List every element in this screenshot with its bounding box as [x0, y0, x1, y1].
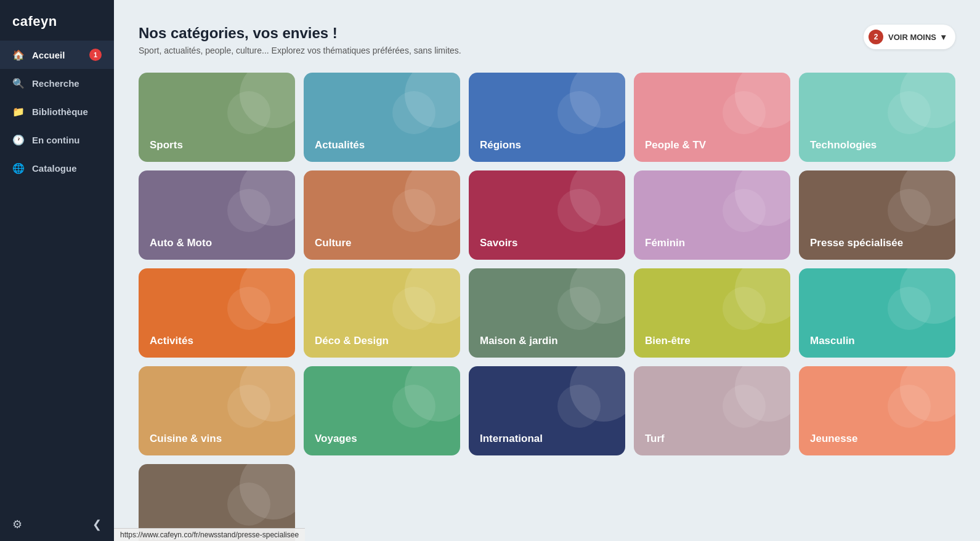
- search-icon: 🔍: [12, 77, 25, 89]
- category-label-sports: Sports: [150, 138, 183, 152]
- globe-icon: 🌐: [12, 162, 25, 174]
- sidebar: cafeyn 🏠 Accueil 1 🔍 Recherche 📁 Bibliot…: [0, 0, 114, 541]
- category-card-culture[interactable]: Culture: [304, 170, 460, 260]
- category-card-masculin[interactable]: Masculin: [799, 268, 955, 358]
- logo-area: cafeyn: [0, 0, 114, 41]
- sidebar-label-en-continu: En continu: [32, 135, 80, 145]
- settings-icon[interactable]: ⚙: [12, 518, 22, 531]
- sidebar-label-recherche: Recherche: [32, 78, 79, 89]
- sidebar-label-accueil: Accueil: [32, 50, 65, 60]
- main-content: Nos catégories, vos envies ! Sport, actu…: [114, 0, 980, 541]
- home-icon: 🏠: [12, 49, 25, 61]
- sidebar-bottom: ⚙ ❮: [0, 508, 114, 541]
- url-hint: https://www.cafeyn.co/fr/newsstand/press…: [114, 528, 305, 541]
- voir-moins-button[interactable]: 2 VOIR MOINS ▾: [864, 25, 955, 49]
- category-label-people: People & TV: [645, 138, 706, 152]
- sidebar-item-catalogue[interactable]: 🌐 Catalogue: [0, 154, 114, 182]
- category-card-feminin[interactable]: Féminin: [634, 170, 790, 260]
- category-card-bienetre[interactable]: Bien-être: [634, 268, 790, 358]
- category-label-maison: Maison & jardin: [480, 334, 558, 348]
- category-label-deco: Déco & Design: [315, 334, 389, 348]
- category-card-people[interactable]: People & TV: [634, 73, 790, 162]
- category-label-international: International: [480, 432, 543, 446]
- category-card-turf[interactable]: Turf: [634, 366, 790, 455]
- category-label-turf: Turf: [645, 432, 665, 446]
- category-card-international[interactable]: International: [469, 366, 625, 455]
- category-label-savoirs: Savoirs: [480, 236, 517, 250]
- header-text: Nos catégories, vos envies ! Sport, actu…: [139, 25, 461, 55]
- category-label-feminin: Féminin: [645, 236, 685, 250]
- category-label-presse: Presse spécialisée: [810, 236, 903, 250]
- category-label-technologies: Technologies: [810, 138, 877, 152]
- category-card-actualites[interactable]: Actualités: [304, 73, 460, 162]
- categories-grid: SportsActualitésRégionsPeople & TVTechno…: [139, 73, 955, 541]
- category-card-sports[interactable]: Sports: [139, 73, 295, 162]
- clock-icon: 🕐: [12, 134, 25, 146]
- category-label-bienetre: Bien-être: [645, 334, 690, 348]
- category-label-voyages: Voyages: [315, 432, 357, 446]
- category-card-presse[interactable]: Presse spécialisée: [799, 170, 955, 260]
- category-label-jeunesse: Jeunesse: [810, 432, 858, 446]
- category-card-jeunesse[interactable]: Jeunesse: [799, 366, 955, 455]
- category-label-cuisine: Cuisine & vins: [150, 432, 222, 446]
- sidebar-label-bibliotheque: Bibliothèque: [32, 106, 88, 117]
- sidebar-item-bibliotheque[interactable]: 📁 Bibliothèque: [0, 97, 114, 126]
- header-row: Nos catégories, vos envies ! Sport, actu…: [139, 25, 955, 55]
- page-subtitle: Sport, actualités, people, culture... Ex…: [139, 46, 461, 55]
- category-card-technologies[interactable]: Technologies: [799, 73, 955, 162]
- category-card-savoirs[interactable]: Savoirs: [469, 170, 625, 260]
- category-card-regions[interactable]: Régions: [469, 73, 625, 162]
- sidebar-item-en-continu[interactable]: 🕐 En continu: [0, 126, 114, 154]
- sidebar-label-catalogue: Catalogue: [32, 163, 77, 174]
- sidebar-item-recherche[interactable]: 🔍 Recherche: [0, 69, 114, 97]
- category-label-actualites: Actualités: [315, 138, 365, 152]
- page-title: Nos catégories, vos envies !: [139, 25, 461, 42]
- sidebar-item-accueil[interactable]: 🏠 Accueil 1: [0, 41, 114, 69]
- voir-moins-badge: 2: [869, 30, 883, 44]
- category-card-auto[interactable]: Auto & Moto: [139, 170, 295, 260]
- logo: cafeyn: [12, 14, 57, 29]
- category-card-maison[interactable]: Maison & jardin: [469, 268, 625, 358]
- category-label-regions: Régions: [480, 138, 521, 152]
- voir-moins-label: VOIR MOINS: [888, 33, 936, 42]
- chevron-down-icon: ▾: [941, 32, 946, 42]
- category-label-activites: Activités: [150, 334, 193, 348]
- collapse-icon[interactable]: ❮: [92, 518, 102, 531]
- category-label-culture: Culture: [315, 236, 352, 250]
- category-card-deco[interactable]: Déco & Design: [304, 268, 460, 358]
- category-card-activites[interactable]: Activités: [139, 268, 295, 358]
- category-label-masculin: Masculin: [810, 334, 855, 348]
- accueil-badge: 1: [89, 49, 102, 61]
- folder-icon: 📁: [12, 105, 25, 118]
- category-card-cuisine[interactable]: Cuisine & vins: [139, 366, 295, 455]
- category-card-voyages[interactable]: Voyages: [304, 366, 460, 455]
- category-label-auto: Auto & Moto: [150, 236, 212, 250]
